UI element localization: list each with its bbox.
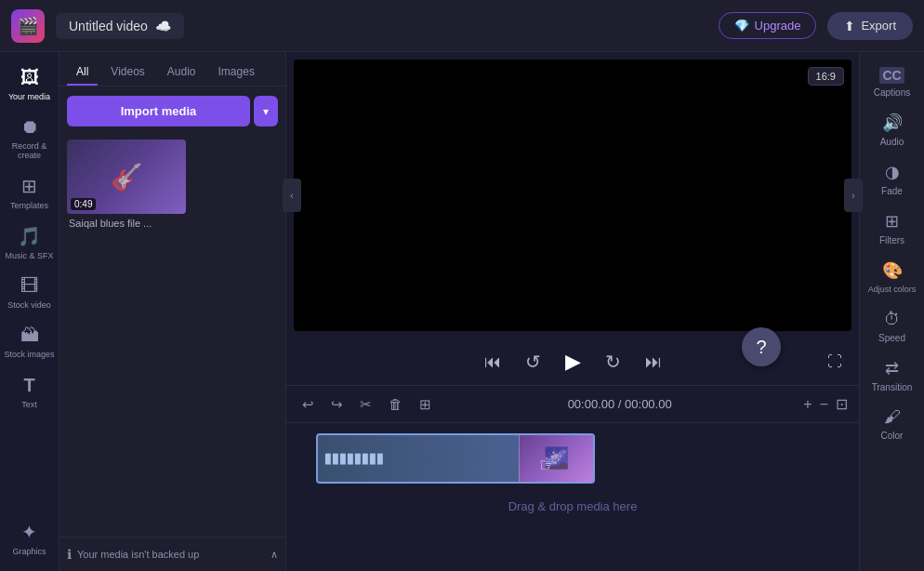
- import-dropdown-button[interactable]: ▾: [254, 96, 278, 126]
- transition-icon: ⇄: [885, 358, 899, 378]
- right-item-label: Audio: [880, 137, 904, 147]
- sidebar-item-your-media[interactable]: 🖼 Your media: [0, 60, 59, 109]
- sidebar-item-record-create[interactable]: ⏺ Record & create: [0, 109, 59, 167]
- tab-videos[interactable]: Videos: [101, 60, 153, 86]
- right-item-label: Captions: [874, 87, 910, 98]
- media-tabs: All Videos Audio Images: [59, 52, 285, 86]
- right-item-label: Adjust colors: [868, 285, 917, 295]
- sidebar-item-text[interactable]: T Text: [0, 367, 59, 417]
- speed-icon: ⏱: [884, 310, 901, 329]
- zoom-in-button[interactable]: +: [803, 396, 812, 413]
- redo-button[interactable]: ↪: [326, 393, 348, 416]
- play-button[interactable]: ▶: [561, 346, 585, 378]
- right-item-label: Fade: [881, 186, 903, 196]
- collapse-left-button[interactable]: ‹: [283, 179, 301, 212]
- right-item-filters[interactable]: ⊞ Filters: [863, 204, 922, 253]
- sidebar-item-label: Music & SFX: [5, 251, 53, 260]
- filters-icon: ⊞: [885, 211, 899, 232]
- project-title: Untitled video: [69, 19, 148, 33]
- sidebar-item-label: Stock video: [7, 300, 51, 310]
- media-grid: 🎸 0:49 Saiqal blues file ...: [59, 136, 285, 537]
- fit-button[interactable]: ⊡: [836, 395, 848, 413]
- right-item-fade[interactable]: ◑ Fade: [863, 154, 922, 204]
- more-button[interactable]: ⊞: [415, 393, 436, 416]
- aspect-ratio-badge: 16:9: [808, 67, 844, 86]
- media-label: Saiqal blues file ...: [67, 218, 278, 229]
- sidebar-item-label: Text: [21, 400, 37, 409]
- drag-cursor: ☞: [539, 454, 556, 476]
- delete-button[interactable]: 🗑: [384, 393, 407, 415]
- center-area: 16:9 ‹ › ⏮ ↺ ▶ ↻ ⏭ ⛶ ↩ ↪ ✂ 🗑 ⊞: [286, 52, 859, 571]
- preview-canvas: 16:9 ‹ ›: [294, 60, 851, 331]
- sidebar-item-label: Graphics: [12, 547, 46, 556]
- cloud-icon: ☁️: [155, 19, 171, 33]
- sidebar-item-stock-video[interactable]: 🎞 Stock video: [0, 268, 59, 317]
- sidebar-item-label: Templates: [10, 201, 48, 210]
- media-duration: 0:49: [71, 198, 96, 210]
- right-item-adjust-colors[interactable]: 🎨 Adjust colors: [863, 253, 922, 302]
- export-icon: ⬆: [844, 19, 855, 33]
- diamond-icon: 💎: [734, 19, 749, 33]
- zoom-out-button[interactable]: −: [820, 396, 828, 413]
- main-area: 🖼 Your media ⏺ Record & create ⊞ Templat…: [0, 52, 924, 571]
- sidebar-item-templates[interactable]: ⊞ Templates: [0, 167, 59, 218]
- timeline-time: 00:00.00 / 00:00.00: [443, 397, 796, 411]
- fade-icon: ◑: [885, 162, 900, 182]
- templates-icon: ⊞: [21, 175, 37, 197]
- tab-audio[interactable]: Audio: [158, 60, 205, 86]
- info-icon: ℹ: [67, 547, 72, 562]
- app-logo: 🎬: [11, 9, 45, 43]
- tab-images[interactable]: Images: [209, 60, 264, 86]
- stock-video-icon: 🎞: [20, 275, 39, 297]
- captions-icon: CC: [879, 67, 904, 84]
- right-item-captions[interactable]: CC Captions: [863, 60, 922, 105]
- chevron-up-icon[interactable]: ∧: [271, 549, 278, 561]
- backup-status-text: Your media isn't backed up: [77, 549, 265, 560]
- graphics-icon: ✦: [21, 521, 37, 543]
- undo-button[interactable]: ↩: [297, 393, 319, 416]
- sidebar-item-music-sfx[interactable]: 🎵 Music & SFX: [0, 218, 59, 268]
- import-row: Import media ▾: [59, 86, 285, 136]
- timeline-tracks: ▊▊▊▊▊▊▊▊ 🌌 ☞ Drag & drop media here: [286, 423, 859, 571]
- right-item-transition[interactable]: ⇄ Transition: [863, 351, 922, 400]
- upgrade-button[interactable]: 💎 Upgrade: [719, 12, 817, 39]
- top-bar: 🎬 Untitled video ☁️ 💎 Upgrade ⬆ Export: [0, 0, 924, 52]
- sidebar-item-graphics[interactable]: ✦ Graphics: [0, 513, 59, 564]
- music-icon: 🎵: [18, 225, 41, 247]
- color-icon: 🖌: [884, 407, 901, 427]
- cut-button[interactable]: ✂: [355, 393, 376, 416]
- sidebar-item-stock-images[interactable]: 🏔 Stock images: [0, 317, 59, 367]
- media-panel: All Videos Audio Images Import media ▾ �: [59, 52, 286, 571]
- left-sidebar: 🖼 Your media ⏺ Record & create ⊞ Templat…: [0, 52, 59, 571]
- right-item-audio[interactable]: 🔊 Audio: [863, 105, 922, 154]
- audio-icon: 🔊: [882, 113, 903, 133]
- project-title-tab[interactable]: Untitled video ☁️: [56, 13, 184, 39]
- clip-thumbnail: 🌌: [519, 435, 593, 482]
- right-item-color[interactable]: 🖌 Color: [863, 400, 922, 448]
- adjust-colors-icon: 🎨: [882, 260, 903, 281]
- rewind-button[interactable]: ↺: [521, 347, 545, 377]
- right-panel: CC Captions 🔊 Audio ◑ Fade ⊞ Filters 🎨 A…: [859, 52, 924, 571]
- export-button[interactable]: ⬆ Export: [827, 12, 913, 40]
- media-thumbnail: 🎸 0:49: [67, 139, 186, 214]
- help-button[interactable]: ?: [742, 327, 781, 366]
- collapse-right-button[interactable]: ›: [844, 179, 863, 212]
- stock-images-icon: 🏔: [20, 325, 39, 346]
- list-item[interactable]: 🎸 0:49 Saiqal blues file ...: [67, 139, 278, 533]
- skip-to-end-button[interactable]: ⏭: [641, 349, 666, 376]
- sidebar-item-label: Your media: [8, 92, 50, 101]
- media-panel-footer: ℹ Your media isn't backed up ∧: [59, 537, 285, 571]
- track-clip[interactable]: ▊▊▊▊▊▊▊▊ 🌌 ☞: [316, 433, 595, 484]
- tab-all[interactable]: All: [67, 60, 98, 86]
- skip-to-start-button[interactable]: ⏮: [481, 349, 505, 376]
- timeline-toolbar: ↩ ↪ ✂ 🗑 ⊞ 00:00.00 / 00:00.00 + − ⊡: [286, 386, 859, 423]
- drop-zone-text: Drag & drop media here: [297, 492, 848, 521]
- right-item-label: Transition: [872, 382, 913, 392]
- record-icon: ⏺: [20, 116, 39, 138]
- fullscreen-button[interactable]: ⛶: [827, 353, 842, 370]
- right-item-speed[interactable]: ⏱ Speed: [863, 302, 922, 351]
- forward-button[interactable]: ↻: [601, 347, 625, 377]
- right-item-label: Color: [881, 431, 904, 441]
- text-icon: T: [23, 375, 34, 396]
- import-media-button[interactable]: Import media: [67, 96, 250, 126]
